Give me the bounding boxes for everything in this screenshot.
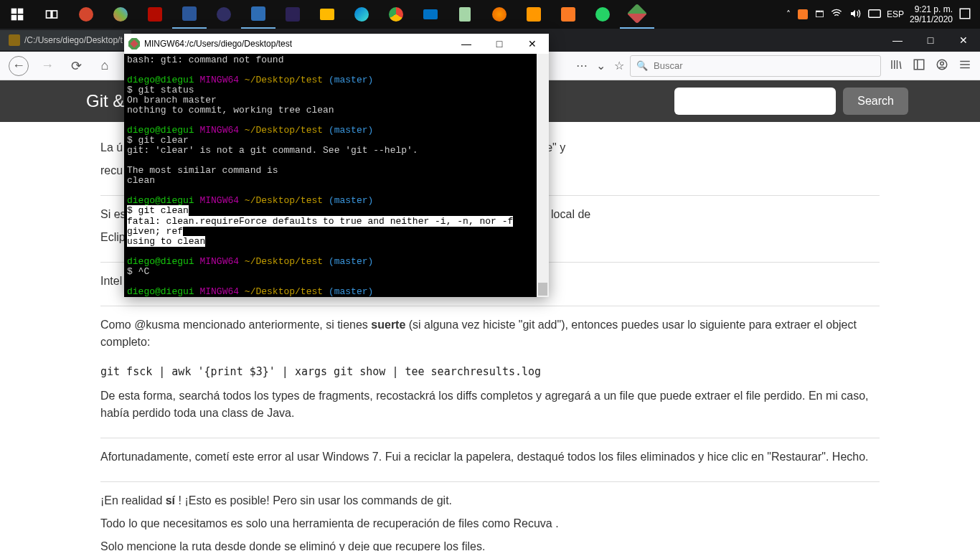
language-indicator[interactable]: ESP xyxy=(887,9,904,19)
svg-rect-5 xyxy=(52,11,57,18)
answer-text: ¡En realidad sí ! ¡Esto es posible! Pero… xyxy=(100,492,880,509)
browser-tab[interactable]: /C:/Users/diego/Desktop/t xyxy=(0,30,131,50)
taskbar-app-edge[interactable] xyxy=(344,0,379,29)
pocket-icon[interactable]: ⌄ xyxy=(596,59,606,72)
taskbar-apps xyxy=(0,0,654,29)
battery-icon[interactable]: 🗔 xyxy=(815,9,824,19)
home-button[interactable]: ⌂ xyxy=(95,56,115,76)
taskbar-app-mail[interactable] xyxy=(413,0,448,29)
terminal-line: bash: gti: command not found xyxy=(127,55,546,65)
taskbar-app-paint[interactable] xyxy=(103,0,138,29)
terminal-titlebar[interactable]: MINGW64:/c/Users/diego/Desktop/test — □ … xyxy=(124,34,549,54)
tab-favicon-icon xyxy=(9,34,20,46)
svg-rect-7 xyxy=(960,9,970,19)
code-block: git fsck | awk '{print $3}' | xargs git … xyxy=(100,357,880,387)
terminal-line: $ git clear xyxy=(127,136,546,146)
terminal-body[interactable]: bash: gti: command not found diego@diegu… xyxy=(124,54,549,297)
terminal-minimize-button[interactable]: — xyxy=(450,34,483,54)
menu-icon[interactable] xyxy=(958,58,971,74)
svg-rect-2 xyxy=(11,15,17,21)
taskbar-app-xampp[interactable] xyxy=(551,0,585,29)
text-fragment: Si es xyxy=(100,208,126,220)
terminal-line xyxy=(127,65,546,75)
answer-text: Solo mencione la ruta desde donde se eli… xyxy=(100,538,880,552)
windows-taskbar: ˄ 🗔 ESP 9:21 p. m. 29/11/2020 xyxy=(0,0,980,29)
forward-button[interactable]: → xyxy=(37,56,57,76)
taskbar-app-sublime[interactable] xyxy=(517,0,551,29)
page-search: Search xyxy=(674,88,908,115)
back-button[interactable]: ← xyxy=(9,56,29,76)
answer-block: Afortunadamente, cometí este error al us… xyxy=(100,438,880,482)
taskbar-app-acrobat[interactable] xyxy=(138,0,172,29)
chevron-up-icon[interactable]: ˄ xyxy=(786,9,791,19)
url-icons: ⋯ ⌄ ☆ xyxy=(576,59,624,72)
terminal-line: On branch master xyxy=(127,95,546,105)
text-fragment: recu xyxy=(100,164,123,176)
answer-block: ¡En realidad sí ! ¡Esto es posible! Pero… xyxy=(100,482,880,552)
system-tray: ˄ 🗔 ESP 9:21 p. m. 29/11/2020 xyxy=(786,4,980,25)
taskbar-app-eclipse[interactable] xyxy=(275,0,310,29)
search-placeholder: Buscar xyxy=(654,60,682,71)
svg-point-15 xyxy=(941,62,944,65)
taskbar-app-word[interactable] xyxy=(172,0,207,29)
clock[interactable]: 9:21 p. m. 29/11/2020 xyxy=(910,4,953,25)
taskbar-app-notepad[interactable] xyxy=(448,0,482,29)
svg-rect-0 xyxy=(11,9,17,14)
account-icon[interactable] xyxy=(936,58,948,74)
taskbar-app-brackets[interactable] xyxy=(241,0,275,29)
maximize-button[interactable]: □ xyxy=(914,29,947,52)
svg-rect-3 xyxy=(18,15,24,21)
svg-rect-4 xyxy=(47,11,52,18)
terminal-line: using to clean xyxy=(127,237,546,247)
text-fragment: e" y xyxy=(546,141,565,154)
taskbar-app-obs[interactable] xyxy=(207,0,241,29)
terminal-app-icon xyxy=(128,38,140,50)
taskbar-app-opera[interactable] xyxy=(69,0,103,29)
library-icon[interactable] xyxy=(890,58,903,74)
wifi-icon[interactable] xyxy=(831,8,842,22)
terminal-maximize-button[interactable]: □ xyxy=(483,34,516,54)
minimize-button[interactable]: — xyxy=(881,29,914,52)
taskbar-app-firefox[interactable] xyxy=(482,0,517,29)
scrollbar-thumb[interactable] xyxy=(538,283,547,296)
terminal-line xyxy=(127,277,546,287)
xampp-tray-icon[interactable] xyxy=(798,9,808,19)
terminal-prompt: diego@diegui MINGW64 ~/Desktop/test (mas… xyxy=(127,75,546,85)
terminal-line: clean xyxy=(127,176,546,186)
task-view-button[interactable] xyxy=(34,0,69,29)
clock-date: 29/11/2020 xyxy=(910,14,953,24)
close-button[interactable]: ✕ xyxy=(947,29,980,52)
terminal-line xyxy=(127,247,546,257)
svg-rect-1 xyxy=(18,9,24,14)
page-search-button[interactable]: Search xyxy=(843,88,908,115)
taskbar-app-explorer[interactable] xyxy=(310,0,344,29)
reload-button[interactable]: ⟳ xyxy=(66,56,86,76)
text-fragment: Eclip xyxy=(100,231,126,243)
answer-block: Como @kusma mencionado anteriormente, si… xyxy=(100,306,880,438)
terminal-scrollbar[interactable] xyxy=(537,54,549,297)
search-box[interactable]: 🔍 Buscar xyxy=(630,55,881,77)
taskbar-app-chrome[interactable] xyxy=(379,0,413,29)
answer-text: Como @kusma mencionado anteriormente, si… xyxy=(100,316,880,351)
svg-line-11 xyxy=(900,61,901,69)
start-button[interactable] xyxy=(0,0,34,29)
notifications-icon[interactable] xyxy=(958,7,971,22)
search-icon: 🔍 xyxy=(636,60,648,71)
terminal-close-button[interactable]: ✕ xyxy=(516,34,549,54)
page-search-input[interactable] xyxy=(674,88,836,115)
terminal-line xyxy=(127,156,546,166)
tray-icons[interactable]: ˄ 🗔 xyxy=(786,8,881,22)
sidebar-icon[interactable] xyxy=(913,58,925,74)
taskbar-app-whatsapp[interactable] xyxy=(585,0,620,29)
terminal-prompt: diego@diegui MINGW64 ~/Desktop/test (mas… xyxy=(127,287,546,297)
terminal-prompt: diego@diegui MINGW64 ~/Desktop/test (mas… xyxy=(127,257,546,267)
svg-rect-12 xyxy=(914,60,924,70)
terminal-window: MINGW64:/c/Users/diego/Desktop/test — □ … xyxy=(124,34,549,297)
ellipsis-icon[interactable]: ⋯ xyxy=(576,59,588,72)
volume-icon[interactable] xyxy=(849,8,861,22)
bookmark-icon[interactable]: ☆ xyxy=(614,59,624,72)
taskbar-app-gitgui[interactable] xyxy=(620,0,654,29)
terminal-title: MINGW64:/c/Users/diego/Desktop/test xyxy=(144,39,292,49)
keyboard-icon[interactable] xyxy=(868,9,881,21)
terminal-prompt: diego@diegui MINGW64 ~/Desktop/test (mas… xyxy=(127,126,546,136)
